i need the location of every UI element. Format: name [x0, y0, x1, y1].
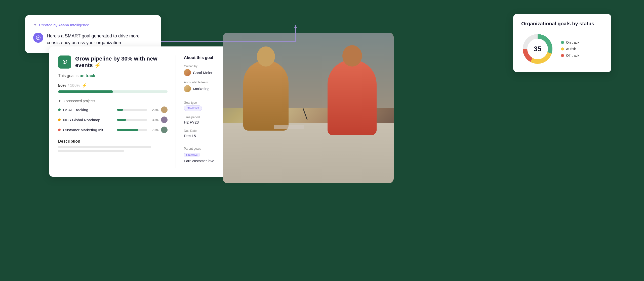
at-risk-dot [561, 47, 564, 50]
progress-section: 50% / 100% ⚡ [58, 83, 168, 93]
donut-total: 35 [534, 45, 541, 53]
progress-numbers: 50% / 100% ⚡ [58, 83, 168, 88]
at-risk-label: At risk [566, 47, 576, 51]
goal-left-panel: Grow pipeline by 30% with new events ⚡ T… [58, 55, 176, 168]
progress-bar-fill [58, 90, 113, 93]
owner-avatar [184, 69, 191, 76]
project-percent: 30% [150, 118, 158, 122]
description-line [58, 150, 124, 152]
off-track-label: Off track [566, 53, 579, 58]
project-row: NPS Global Roadmap 30% [58, 117, 168, 123]
project-row: Customer Marketing Init... 70% [58, 127, 168, 133]
donut-chart: 35 [521, 33, 554, 65]
description-section: Description [58, 139, 168, 152]
ai-card-header: ✦ Created by Asana Intelligence [33, 22, 153, 28]
projects-header: ▼ 3 connected projects [58, 99, 168, 103]
project-bar-fill [117, 109, 123, 111]
due-date-value: Dec 15 [184, 134, 196, 138]
progress-bar-background [58, 90, 168, 93]
svg-point-1 [38, 37, 39, 38]
goal-header: Grow pipeline by 30% with new events ⚡ [58, 55, 168, 69]
on-track-dot [561, 41, 564, 44]
project-row: CSAT Tracking 20% [58, 106, 168, 113]
avatar [161, 117, 168, 123]
ai-body-text: Here's a SMART goal generated to drive m… [47, 33, 153, 46]
time-period-value: H2 FY23 [184, 120, 199, 124]
project-percent: 20% [150, 108, 158, 112]
project-dot [58, 108, 61, 111]
project-bar-bg [117, 129, 147, 131]
team-avatar [184, 85, 191, 92]
description-label: Description [58, 139, 168, 144]
sparkle-icon: ✦ [33, 22, 37, 28]
goal-icon [58, 55, 71, 69]
ai-icon [33, 33, 43, 43]
legend-item-at-risk: At risk [561, 47, 579, 51]
projects-section: ▼ 3 connected projects CSAT Tracking 20% [58, 99, 168, 133]
project-dot [58, 119, 61, 121]
project-bar-fill [117, 119, 126, 121]
parent-goal-name: Earn customer love [184, 159, 214, 163]
org-goals-card: Organizational goals by status 35 [513, 14, 611, 72]
legend-item-off-track: Off track [561, 53, 579, 58]
description-line [58, 146, 151, 148]
avatar [161, 106, 168, 113]
project-dot [58, 129, 61, 131]
legend-item-on-track: On track [561, 40, 579, 44]
avatar [161, 127, 168, 133]
accountable-team-value: Marketing [193, 87, 210, 91]
goal-status-text: This goal is on track. [58, 74, 168, 78]
meeting-photo [223, 33, 394, 183]
on-track-badge: on track [79, 74, 95, 78]
project-name: CSAT Tracking [63, 108, 114, 112]
goal-type-badge: Objective [184, 105, 202, 111]
chart-legend: On track At risk Off track [561, 40, 579, 58]
org-goals-content: 35 On track At risk Off track [521, 33, 603, 65]
org-goals-title: Organizational goals by status [521, 21, 603, 27]
project-percent: 70% [150, 128, 158, 132]
ai-card-body: Here's a SMART goal generated to drive m… [33, 33, 153, 46]
project-name: Customer Marketing Init... [63, 128, 114, 132]
goal-title: Grow pipeline by 30% with new events ⚡ [75, 55, 168, 69]
svg-point-2 [64, 61, 65, 63]
chevron-down-icon: ▼ [58, 99, 61, 103]
parent-goal-badge: Objective [184, 153, 200, 157]
project-bar-bg [117, 109, 147, 111]
owned-by-value: Coral Meier [193, 71, 213, 75]
project-bar-fill [117, 129, 138, 131]
project-name: NPS Global Roadmap [63, 118, 114, 122]
off-track-dot [561, 54, 564, 57]
on-track-label: On track [566, 40, 579, 44]
ai-label: Created by Asana Intelligence [39, 23, 89, 27]
project-bar-bg [117, 119, 147, 121]
